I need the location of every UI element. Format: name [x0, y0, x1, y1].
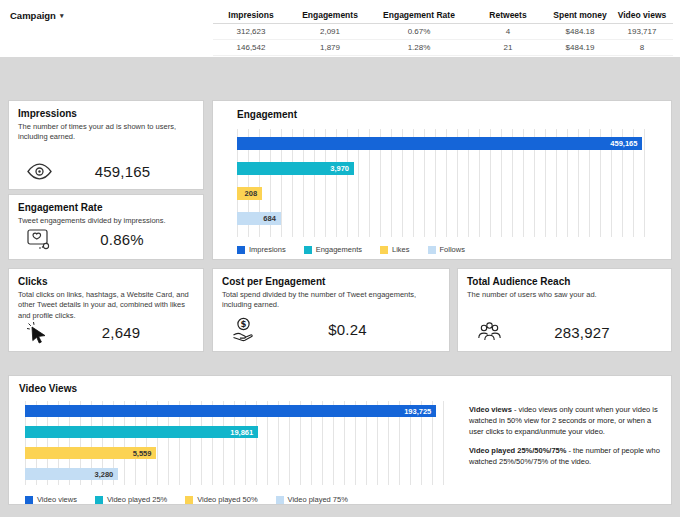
- video-views-notes: Video views - video views only count whe…: [457, 397, 661, 504]
- legend-item: Video views: [25, 495, 77, 504]
- bar-value-label: 459,165: [610, 139, 637, 148]
- table-cell: $484.19: [549, 43, 611, 52]
- legend-item: Likes: [380, 245, 410, 254]
- clicks-value: 2,649: [50, 324, 192, 341]
- table-row: 146,542 1,879 1.28% 21 $484.19 8: [213, 40, 673, 56]
- video-views-chart-plot: 193,725 19,861 5,559: [25, 401, 449, 485]
- bar-value-label: 208: [245, 189, 258, 198]
- card-description: Total clicks on links, hashtags, a Websi…: [18, 290, 194, 321]
- legend-swatch: [380, 246, 388, 254]
- coin-hand-icon: $: [230, 316, 257, 343]
- legend-item: Video played 50%: [185, 495, 257, 504]
- table-cell: 146,542: [213, 43, 289, 52]
- note-video-played: Video played 25%/50%/75% - the number of…: [469, 446, 661, 468]
- bar-video-played-75[interactable]: 3,280: [25, 468, 118, 480]
- impressions-value: 459,165: [53, 163, 192, 180]
- total-audience-reach-card: Total Audience Reach The number of users…: [457, 268, 672, 352]
- column-header: Impresions: [213, 10, 289, 20]
- legend-item: Impresions: [237, 245, 286, 254]
- summary-table: Impresions Engagements Engagement Rate R…: [213, 6, 673, 56]
- bar-track: 5,559: [25, 447, 449, 459]
- cost-per-engagement-card: Cost per Engagement Total spend divided …: [212, 268, 450, 352]
- legend-label: Engagements: [316, 245, 362, 254]
- chart-title: Engagement: [237, 109, 663, 120]
- campaign-dropdown[interactable]: Campaign ▾: [10, 10, 63, 21]
- bar-track: 3,970: [237, 162, 655, 175]
- table-cell: 21: [467, 43, 549, 52]
- table-cell: 0.67%: [371, 27, 467, 36]
- table-cell: $484.18: [549, 27, 611, 36]
- chart-title: Video Views: [19, 383, 661, 394]
- bar-video-played-50[interactable]: 5,559: [25, 447, 156, 459]
- table-row: 312,623 2,091 0.67% 4 $484.18 193,717: [213, 24, 673, 40]
- bar-track: 459,165: [237, 137, 655, 150]
- summary-table-header: Impresions Engagements Engagement Rate R…: [213, 6, 673, 24]
- engagement-legend: Impresions Engagements Likes Follows: [237, 245, 663, 254]
- note-video-views: Video views - video views only count whe…: [469, 405, 661, 438]
- table-cell: 1,879: [289, 43, 371, 52]
- card-description: Tweet engagements divided by impressions…: [18, 216, 194, 226]
- legend-swatch: [237, 246, 245, 254]
- table-cell: 1.28%: [371, 43, 467, 52]
- bar-value-label: 5,559: [133, 449, 152, 458]
- impressions-card: Impressions The number of times your ad …: [8, 100, 204, 190]
- note-term: Video views: [469, 405, 512, 414]
- card-title: Total Audience Reach: [467, 276, 662, 287]
- bar-impresions[interactable]: 459,165: [237, 137, 642, 150]
- card-title: Impressions: [18, 108, 194, 119]
- eye-icon: [26, 162, 53, 181]
- table-cell: 8: [611, 43, 673, 52]
- video-views-legend: Video views Video played 25% Video playe…: [25, 495, 457, 504]
- column-header: Retweets: [467, 10, 549, 20]
- bar-value-label: 684: [263, 214, 276, 223]
- card-title: Clicks: [18, 276, 194, 287]
- bar-engagements[interactable]: 3,970: [237, 162, 354, 175]
- table-cell: 312,623: [213, 27, 289, 36]
- bar-likes[interactable]: 208: [237, 187, 262, 200]
- legend-item: Follows: [428, 245, 465, 254]
- legend-item: Engagements: [304, 245, 362, 254]
- cost-per-engagement-value: $0.24: [257, 321, 438, 338]
- bar-video-views[interactable]: 193,725: [25, 405, 436, 417]
- legend-swatch: [428, 246, 436, 254]
- engagement-rate-icon: [26, 227, 52, 251]
- legend-label: Video views: [37, 495, 77, 504]
- note-term: Video played 25%/50%/75%: [469, 446, 566, 455]
- bar-follows[interactable]: 684: [237, 212, 281, 225]
- bar-value-label: 193,725: [404, 407, 431, 416]
- column-header: Spent money: [549, 10, 611, 20]
- card-description: The number of times your ad is shown to …: [18, 122, 194, 143]
- legend-label: Video played 75%: [288, 495, 348, 504]
- legend-swatch: [304, 246, 312, 254]
- legend-label: Impresions: [249, 245, 286, 254]
- column-header: Engagements: [289, 10, 371, 20]
- bar-track: 684: [237, 212, 655, 225]
- clicks-card: Clicks Total clicks on links, hashtags, …: [8, 268, 204, 352]
- legend-label: Video played 25%: [107, 495, 167, 504]
- bar-value-label: 3,970: [330, 164, 349, 173]
- column-header: Engagement Rate: [371, 10, 467, 20]
- table-cell: 193,717: [611, 27, 673, 36]
- topbar: Campaign ▾ Impresions Engagements Engage…: [0, 0, 680, 57]
- legend-swatch: [95, 496, 103, 504]
- bar-track: 3,280: [25, 468, 449, 480]
- svg-text:$: $: [241, 319, 247, 329]
- card-title: Cost per Engagement: [222, 276, 440, 287]
- engagement-rate-value: 0.86%: [52, 231, 192, 248]
- total-audience-reach-value: 283,927: [504, 324, 660, 341]
- legend-swatch: [25, 496, 33, 504]
- engagement-chart-card: Engagement 459,165 3,970 208 684: [212, 100, 672, 260]
- card-title: Engagement Rate: [18, 202, 194, 213]
- bar-video-played-25[interactable]: 19,861: [25, 426, 258, 438]
- bar-value-label: 19,861: [230, 428, 253, 437]
- card-description: Total spend divided by the number of Twe…: [222, 290, 440, 311]
- cursor-icon: [26, 321, 50, 344]
- legend-swatch: [276, 496, 284, 504]
- legend-item: Video played 25%: [95, 495, 167, 504]
- column-header: Video views: [611, 10, 673, 20]
- video-views-card: Video Views 193,725 19,861: [8, 375, 672, 505]
- bar-value-label: 3,280: [94, 470, 113, 479]
- legend-item: Video played 75%: [276, 495, 348, 504]
- legend-label: Video played 50%: [197, 495, 257, 504]
- engagement-chart-plot: 459,165 3,970 208 684: [237, 129, 655, 237]
